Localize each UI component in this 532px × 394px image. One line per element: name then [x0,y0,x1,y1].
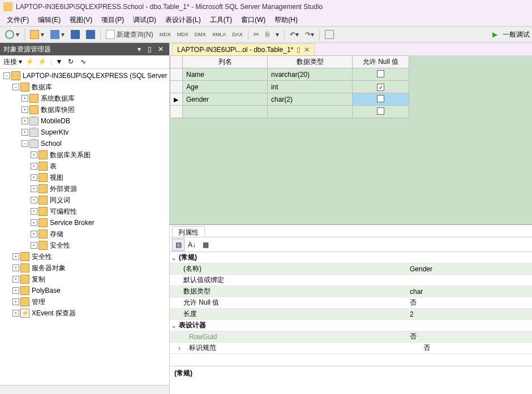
tab-close-icon[interactable]: ✕ [304,46,310,54]
debug-start-button[interactable]: ▶ [490,29,500,40]
alphabetical-icon[interactable]: A↓ [186,239,198,251]
save-all-button[interactable]: ▾ [48,28,67,41]
pulse-icon[interactable]: ∿ [80,58,89,67]
cell-type[interactable]: char(2) [268,93,353,106]
prop-value[interactable]: Gender [407,265,532,273]
categorized-icon[interactable]: ▤ [172,239,185,251]
expand-icon[interactable]: + [31,151,37,158]
prop-value[interactable]: 2 [407,310,532,318]
prop-category[interactable]: (常规) [178,253,532,262]
prop-label[interactable]: RowGuid [170,333,407,341]
prop-label[interactable]: 长度 [170,309,407,319]
null-checkbox[interactable] [377,95,384,102]
null-checkbox[interactable] [377,107,384,115]
panel-pin-icon[interactable]: ▯ [148,45,156,53]
menu-edit[interactable]: 编辑(E) [33,14,65,26]
expand-icon[interactable]: + [12,287,19,294]
tree-snapshots[interactable]: +数据库快照 [0,104,169,115]
prop-tab[interactable]: 列属性 [172,226,205,237]
prop-label[interactable]: 允许 Null 值 [170,298,407,308]
tree-superktv[interactable]: +SuperKtv [0,127,169,138]
expand-icon[interactable]: − [12,84,19,90]
expand-icon[interactable]: › [175,344,183,352]
menu-tabledesigner[interactable]: 表设计器(L) [161,14,205,26]
expand-icon[interactable]: + [22,95,28,102]
prop-category[interactable]: 表设计器 [178,321,532,330]
tree-synonyms[interactable]: +同义词 [0,194,169,206]
expand-icon[interactable]: + [31,242,37,249]
tree-management[interactable]: +管理 [0,296,169,308]
tree-replication[interactable]: +复制 [0,274,169,285]
tree-tables[interactable]: +表 [0,161,169,172]
null-checkbox[interactable]: ✓ [377,84,384,91]
nav-back-button[interactable]: ▾ [2,28,22,41]
tree-servicebroker[interactable]: +Service Broker [0,217,169,228]
expand-icon[interactable]: ⌄ [170,322,178,330]
prop-label[interactable]: 标识规范 [183,343,421,353]
redo-button[interactable]: ↷▾ [302,29,317,40]
props-button[interactable] [322,28,337,41]
prop-value[interactable]: 否 [407,332,532,341]
open-button[interactable]: ▾ [27,28,47,41]
column-grid[interactable]: 列名 数据类型 允许 Null 值 Name nvarchar(20) Age … [170,55,409,118]
cut-button[interactable]: ✂ [251,29,262,40]
expand-icon[interactable]: + [12,276,19,283]
save-button[interactable] [68,28,83,41]
menu-debug[interactable]: 调试(D) [128,14,161,26]
menu-file[interactable]: 文件(F) [2,14,33,26]
tree-external[interactable]: +外部资源 [0,183,169,194]
expand-icon[interactable]: + [31,197,37,204]
expand-icon[interactable]: + [31,174,37,181]
tree-security-inner[interactable]: +安全性 [0,240,169,251]
expand-icon[interactable]: + [31,219,37,226]
document-tab[interactable]: LAPTOP-IN3E6IJP\...ol - dbo.Table_1* ▯ ✕ [172,44,315,55]
prop-label[interactable]: (名称) [170,264,407,274]
menu-tools[interactable]: 工具(T) [205,14,237,26]
dmx-button[interactable]: DMX [192,30,209,39]
prop-page-icon[interactable]: ▦ [199,239,212,251]
explorer-hscrollbar[interactable] [0,385,169,394]
mdx2-button[interactable]: MDX [174,30,191,39]
tree-sysdb[interactable]: +系统数据库 [0,93,169,104]
tree-school[interactable]: −School [0,138,169,149]
panel-dropdown-icon[interactable]: ▾ [138,45,145,53]
tree-databases[interactable]: −数据库 [0,81,169,93]
null-checkbox[interactable] [377,70,384,77]
tree-server[interactable]: −LAPTOP-IN3E6IJP\SQLEXPRESS (SQL Server [0,70,169,81]
cell-type[interactable]: int [268,81,353,93]
properties-grid[interactable]: ⌄(常规) (名称)Gender 默认值或绑定 数据类型char 允许 Null… [170,252,532,366]
copy-button[interactable]: ⎘ [263,29,272,40]
tree-diagram[interactable]: +数据库关系图 [0,149,169,161]
tree-polybase[interactable]: +PolyBase [0,285,169,296]
tab-pin-icon[interactable]: ▯ [297,46,301,54]
connect-icon[interactable]: ⚡ [25,58,35,67]
expand-icon[interactable]: + [22,129,28,136]
expand-icon[interactable]: − [22,140,28,147]
new-query-button[interactable]: 新建查询(N) [103,28,156,41]
tree-storage[interactable]: +存储 [0,228,169,240]
filter-icon[interactable]: ▼ [55,58,65,67]
col-null-header[interactable]: 允许 Null 值 [353,56,409,68]
tree-serverobj[interactable]: +服务器对象 [0,262,169,274]
expand-icon[interactable]: + [22,106,28,113]
tree-security[interactable]: +安全性 [0,251,169,262]
mdx-button[interactable]: MDX [157,30,174,39]
expand-icon[interactable]: + [22,118,28,124]
disconnect-icon[interactable]: ⚡ [38,58,47,67]
expand-icon[interactable]: + [12,298,19,305]
xmla-button[interactable]: XMLA [209,30,229,39]
menu-window[interactable]: 窗口(W) [237,14,270,26]
col-type-header[interactable]: 数据类型 [268,56,353,68]
column-row[interactable]: Name nvarchar(20) [170,68,409,81]
prop-value[interactable]: 否 [407,298,532,308]
cell-name[interactable]: Name [183,68,268,81]
cell-name[interactable]: Gender [183,93,268,106]
menu-view[interactable]: 视图(V) [65,14,97,26]
tree-mobiledb[interactable]: +MobileDB [0,115,169,127]
column-row-empty[interactable] [170,106,409,118]
object-tree[interactable]: −LAPTOP-IN3E6IJP\SQLEXPRESS (SQL Server … [0,69,169,385]
tree-views[interactable]: +视图 [0,172,169,183]
cell-name[interactable]: Age [183,81,268,93]
tree-programmability[interactable]: +可编程性 [0,206,169,217]
expand-icon[interactable]: ⌄ [170,254,178,262]
